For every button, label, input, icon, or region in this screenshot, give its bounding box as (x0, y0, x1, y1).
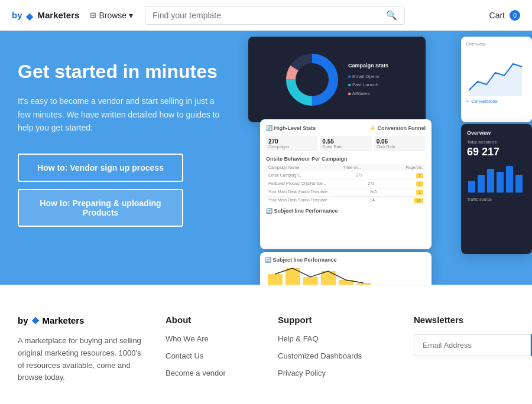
dashboard-mockups: Campaign Stats ■ Email Opens ■ Fast Laun… (248, 37, 532, 285)
footer-support-col: Support Help & FAQ Customized Dashboards… (278, 315, 396, 386)
svg-rect-10 (506, 166, 513, 193)
bar-chart-small (467, 163, 526, 193)
footer: by ◆ Marketers A marketplace for buying … (0, 285, 532, 403)
footer-description: A marketplace for buying and selling ori… (18, 335, 148, 384)
svg-rect-14 (303, 277, 318, 285)
svg-rect-8 (487, 169, 494, 193)
newsletter-form: Subscribe (414, 334, 532, 356)
footer-newsletters-title: Newsletters (414, 315, 532, 325)
svg-rect-6 (468, 181, 475, 193)
cart-area: Cart 0 (489, 10, 520, 21)
browse-button[interactable]: ⊞ Browse ▾ (84, 7, 139, 24)
hero-description: It's easy to become a vendor and start s… (18, 95, 225, 134)
hero-left: Get started in minutes It's easy to beco… (0, 31, 248, 285)
footer-link-customized-dashboards[interactable]: Customized Dashboards (278, 351, 396, 360)
donut-chart (286, 53, 339, 106)
grid-icon: ⊞ (90, 11, 96, 19)
logo-by: by (12, 10, 22, 20)
footer-link-contact-us[interactable]: Contact Us (166, 351, 260, 360)
footer-link-who-we-are[interactable]: Who We Are (166, 334, 260, 343)
dark-dashboard-mockup: Campaign Stats ■ Email Opens ■ Fast Laun… (248, 37, 426, 122)
conversions-mockup: Overview ✓ Conversions (461, 37, 532, 122)
svg-rect-9 (497, 172, 504, 193)
footer-logo-by: by (18, 315, 28, 325)
bar-chart-yellow (265, 265, 427, 285)
line-chart (466, 49, 525, 96)
logo-diamond-icon: ◆ (26, 11, 34, 19)
search-input[interactable] (153, 11, 386, 20)
footer-logo-icon: ◆ (32, 315, 39, 325)
search-bar: 🔍 (145, 6, 405, 25)
cart-label[interactable]: Cart (489, 11, 505, 20)
svg-point-4 (296, 63, 329, 96)
footer-brand-col: by ◆ Marketers A marketplace for buying … (18, 315, 148, 386)
hero-title: Get started in minutes (18, 60, 225, 83)
footer-link-become-vendor[interactable]: Become a vendor (166, 369, 260, 377)
upload-products-button[interactable]: How to: Preparing & uploading Products (18, 189, 183, 227)
footer-support-title: Support (278, 315, 396, 325)
svg-marker-5 (469, 64, 522, 96)
header: by ◆ Marketers ⊞ Browse ▾ 🔍 Cart 0 (0, 0, 532, 31)
search-icon[interactable]: 🔍 (386, 10, 397, 21)
footer-about-title: About (166, 315, 260, 325)
cart-count-badge: 0 (510, 10, 520, 21)
footer-grid: by ◆ Marketers A marketplace for buying … (18, 315, 514, 386)
stats-dashboard-mockup: 🔄 High-Level Stats ⚡ Conversion Funnel 2… (260, 119, 432, 249)
browse-label: Browse (99, 11, 126, 20)
chevron-down-icon: ▾ (129, 11, 133, 20)
email-field[interactable] (414, 334, 531, 356)
footer-link-privacy-policy[interactable]: Privacy Policy (278, 369, 396, 377)
logo: by ◆ Marketers (12, 10, 79, 20)
footer-logo-name: Marketers (43, 315, 85, 325)
footer-link-help-faq[interactable]: Help & FAQ (278, 334, 396, 343)
svg-rect-11 (515, 175, 523, 193)
footer-logo: by ◆ Marketers (18, 315, 148, 325)
logo-name: Marketers (38, 10, 80, 20)
overview-dark-mockup: Overview Total sessions 69 217 Traffic s… (461, 124, 532, 254)
vendor-signup-button[interactable]: How to: Vendor sign up process (18, 154, 183, 182)
svg-rect-12 (268, 274, 283, 285)
svg-rect-7 (478, 175, 485, 193)
footer-newsletters-col: Newsletters Subscribe (414, 315, 532, 386)
hero-right: Campaign Stats ■ Email Opens ■ Fast Laun… (248, 31, 532, 285)
svg-rect-17 (356, 283, 371, 285)
hero-section: Get started in minutes It's easy to beco… (0, 31, 532, 285)
subject-line-mockup: 🔄 Subject line Performance (260, 252, 432, 285)
footer-about-col: About Who We Are Contact Us Become a ven… (166, 315, 260, 386)
